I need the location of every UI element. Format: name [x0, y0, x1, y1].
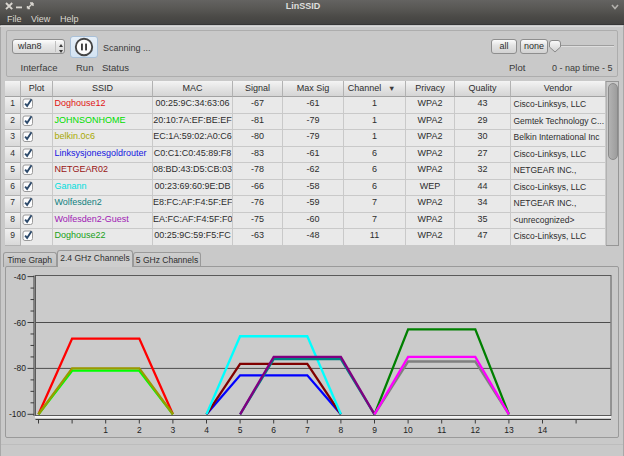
svg-text:10: 10 [403, 425, 413, 435]
svg-text:-80: -80 [14, 363, 27, 373]
svg-text:11: 11 [437, 425, 446, 435]
svg-text:2: 2 [137, 425, 142, 435]
svg-text:4: 4 [204, 425, 209, 435]
svg-text:3: 3 [171, 425, 176, 435]
svg-text:12: 12 [471, 425, 481, 435]
svg-text:9: 9 [372, 425, 377, 435]
svg-text:-100: -100 [9, 409, 26, 419]
svg-text:13: 13 [504, 425, 514, 435]
svg-text:1: 1 [103, 425, 108, 435]
svg-text:-40: -40 [14, 272, 27, 282]
svg-text:14: 14 [538, 425, 548, 435]
svg-text:5: 5 [238, 425, 243, 435]
svg-text:-60: -60 [14, 318, 27, 328]
svg-text:7: 7 [305, 425, 310, 435]
svg-text:6: 6 [271, 425, 276, 435]
svg-text:8: 8 [339, 425, 344, 435]
